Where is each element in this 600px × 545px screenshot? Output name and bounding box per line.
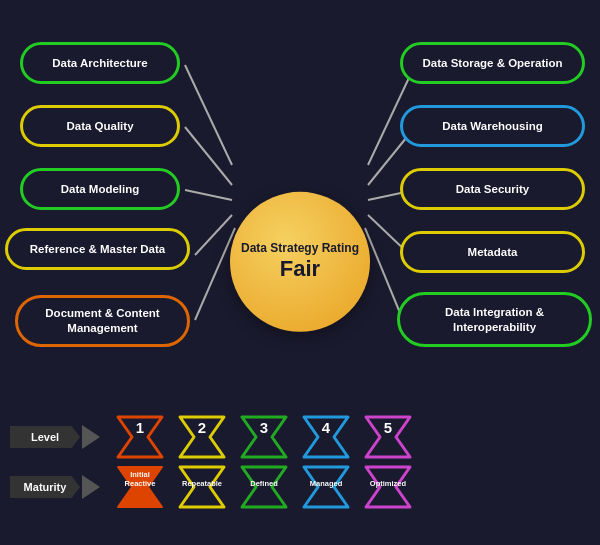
- maturity-text-3: Defined: [239, 479, 289, 488]
- level-item-2: 2: [176, 415, 228, 459]
- maturity-text-1: InitialReactive: [115, 470, 165, 488]
- svg-line-4: [195, 228, 235, 320]
- level-item-3: 3: [238, 415, 290, 459]
- node-data-architecture: Data Architecture: [20, 42, 180, 84]
- level-num-4: 4: [322, 419, 330, 436]
- node-data-warehousing: Data Warehousing: [400, 105, 585, 147]
- center-title: Data Strategy Rating: [241, 241, 359, 255]
- center-rating: Fair: [280, 255, 320, 281]
- node-metadata: Metadata: [400, 231, 585, 273]
- maturity-text-4: Managed: [301, 479, 351, 488]
- maturity-item-4: Managed: [300, 465, 352, 509]
- maturity-item-2: Repeatable: [176, 465, 228, 509]
- level-arrow: [82, 425, 100, 449]
- svg-line-2: [185, 190, 232, 200]
- maturity-item-5: Optimized: [362, 465, 414, 509]
- level-num-1: 1: [136, 419, 144, 436]
- maturity-text-2: Repeatable: [177, 479, 227, 488]
- svg-line-0: [185, 65, 232, 165]
- level-num-5: 5: [384, 419, 392, 436]
- maturity-row: Maturity InitialReactive R: [10, 465, 590, 509]
- level-items: 1 2 3: [114, 415, 414, 459]
- node-data-quality: Data Quality: [20, 105, 180, 147]
- maturity-label: Maturity: [10, 476, 80, 498]
- level-num-3: 3: [260, 419, 268, 436]
- diagram-container: Data Architecture Data Quality Data Mode…: [0, 0, 600, 545]
- level-item-5: 5: [362, 415, 414, 459]
- level-num-2: 2: [198, 419, 206, 436]
- node-data-modeling: Data Modeling: [20, 168, 180, 210]
- node-reference-master: Reference & Master Data: [5, 228, 190, 270]
- legend: Level 1 2: [10, 405, 590, 535]
- maturity-text-5: Optimized: [363, 479, 413, 488]
- center-circle: Data Strategy Rating Fair: [230, 191, 370, 331]
- svg-line-1: [185, 127, 232, 185]
- maturity-items: InitialReactive Repeatable Defined: [114, 465, 414, 509]
- node-data-integration: Data Integration & Interoperability: [397, 292, 592, 347]
- maturity-arrow: [82, 475, 100, 499]
- node-document-content: Document & Content Management: [15, 295, 190, 347]
- level-item-4: 4: [300, 415, 352, 459]
- node-data-security: Data Security: [400, 168, 585, 210]
- level-row: Level 1 2: [10, 415, 590, 459]
- maturity-item-3: Defined: [238, 465, 290, 509]
- maturity-item-1: InitialReactive: [114, 465, 166, 509]
- level-label: Level: [10, 426, 80, 448]
- level-item-1: 1: [114, 415, 166, 459]
- node-data-storage: Data Storage & Operation: [400, 42, 585, 84]
